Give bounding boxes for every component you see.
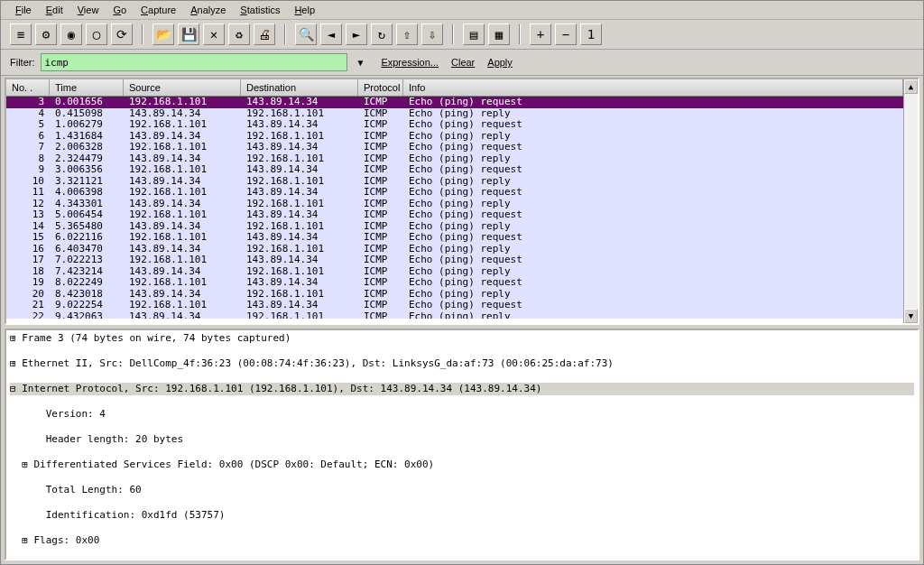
cell-destination: 192.168.1.101 xyxy=(241,131,358,143)
detail-line[interactable]: Identification: 0xd1fd (53757) xyxy=(10,509,914,522)
cell-no: 22 xyxy=(6,311,50,320)
packet-row[interactable]: 82.324479143.89.14.34192.168.1.101ICMPEc… xyxy=(6,153,903,165)
menu-capture[interactable]: Capture xyxy=(134,3,183,17)
cell-no: 14 xyxy=(6,221,50,233)
cell-time: 5.006454 xyxy=(50,209,124,221)
cell-info: Echo (ping) request xyxy=(403,142,903,153)
packet-row[interactable]: 61.431684143.89.14.34192.168.1.101ICMPEc… xyxy=(6,131,903,143)
col-protocol[interactable]: Protocol xyxy=(358,79,403,96)
cell-destination: 192.168.1.101 xyxy=(241,108,358,120)
packet-row[interactable]: 114.006398192.168.1.101143.89.14.34ICMPE… xyxy=(6,187,903,199)
cell-destination: 143.89.14.34 xyxy=(241,277,358,289)
packet-row[interactable]: 229.432063143.89.14.34192.168.1.101ICMPE… xyxy=(6,311,903,320)
cell-protocol: ICMP xyxy=(358,153,403,165)
packet-row[interactable]: 135.006454192.168.1.101143.89.14.34ICMPE… xyxy=(6,209,903,221)
tb-zoom100-icon[interactable]: 1 xyxy=(580,23,602,45)
tb-restart-icon[interactable]: ⟳ xyxy=(111,23,133,45)
menu-view[interactable]: View xyxy=(70,3,106,17)
tb-zoomin-icon[interactable]: + xyxy=(530,23,551,45)
tb-jump-icon[interactable]: ↻ xyxy=(371,23,393,45)
detail-line[interactable]: ⊞ Frame 3 (74 bytes on wire, 74 bytes ca… xyxy=(10,332,914,345)
packet-row[interactable]: 93.006356192.168.1.101143.89.14.34ICMPEc… xyxy=(6,164,903,176)
tb-interfaces-icon[interactable]: ≡ xyxy=(10,23,32,45)
tb-colorize-icon[interactable]: ▤ xyxy=(463,23,485,45)
tb-open-icon[interactable]: 📂 xyxy=(152,23,174,45)
cell-time: 9.432063 xyxy=(50,311,124,320)
packet-row[interactable]: 51.006279192.168.1.101143.89.14.34ICMPEc… xyxy=(6,119,903,131)
tb-print-icon[interactable]: 🖨 xyxy=(254,23,275,45)
cell-no: 18 xyxy=(6,266,50,278)
filter-input[interactable] xyxy=(41,53,347,71)
expression-button[interactable]: Expression... xyxy=(381,57,439,68)
scroll-up-icon[interactable]: ▲ xyxy=(904,79,918,94)
col-info[interactable]: Info xyxy=(403,79,903,96)
packet-row[interactable]: 208.423018143.89.14.34192.168.1.101ICMPE… xyxy=(6,289,903,301)
menu-edit[interactable]: Edit xyxy=(39,3,70,17)
packet-row[interactable]: 145.365480143.89.14.34192.168.1.101ICMPE… xyxy=(6,221,903,233)
col-destination[interactable]: Destination xyxy=(241,79,358,96)
menu-file[interactable]: File xyxy=(8,3,39,17)
scroll-down-icon[interactable]: ▼ xyxy=(904,309,918,323)
detail-line[interactable]: ⊞ Ethernet II, Src: DellComp_4f:36:23 (0… xyxy=(10,357,914,370)
cell-protocol: ICMP xyxy=(358,209,403,221)
packet-row[interactable]: 40.415098143.89.14.34192.168.1.101ICMPEc… xyxy=(6,108,903,120)
cell-info: Echo (ping) reply xyxy=(403,199,903,210)
col-no[interactable]: No. . xyxy=(6,79,50,96)
packet-row[interactable]: 166.403470143.89.14.34192.168.1.101ICMPE… xyxy=(6,244,903,255)
cell-protocol: ICMP xyxy=(358,300,403,311)
packet-row[interactable]: 156.022116192.168.1.101143.89.14.34ICMPE… xyxy=(6,232,903,244)
cell-time: 2.324479 xyxy=(50,153,124,165)
tb-back-icon[interactable]: ◄ xyxy=(320,23,342,45)
cell-source: 192.168.1.101 xyxy=(124,209,241,221)
scroll-track[interactable] xyxy=(904,94,918,309)
tb-autoscroll-icon[interactable]: ▦ xyxy=(488,23,510,45)
detail-line[interactable]: Header length: 20 bytes xyxy=(10,433,914,446)
cell-time: 8.022249 xyxy=(50,277,124,289)
packet-row[interactable]: 219.022254192.168.1.101143.89.14.34ICMPE… xyxy=(6,300,903,311)
tb-save-icon[interactable]: 💾 xyxy=(178,23,199,45)
cell-protocol: ICMP xyxy=(358,176,403,188)
menu-analyze[interactable]: Analyze xyxy=(183,3,233,17)
cell-no: 16 xyxy=(6,244,50,255)
cell-info: Echo (ping) request xyxy=(403,209,903,221)
tb-reload-icon[interactable]: ♻ xyxy=(228,23,250,45)
packet-row[interactable]: 30.001656192.168.1.101143.89.14.34ICMPEc… xyxy=(6,97,903,108)
cell-source: 192.168.1.101 xyxy=(124,255,241,266)
detail-line[interactable]: ⊟ Internet Protocol, Src: 192.168.1.101 … xyxy=(10,383,914,395)
tb-find-icon[interactable]: 🔍 xyxy=(295,23,317,45)
packet-row[interactable]: 177.022213192.168.1.101143.89.14.34ICMPE… xyxy=(6,255,903,266)
packet-row[interactable]: 103.321121143.89.14.34192.168.1.101ICMPE… xyxy=(6,176,903,188)
scrollbar[interactable]: ▲ ▼ xyxy=(903,79,918,323)
tb-close-icon[interactable]: ✕ xyxy=(203,23,225,45)
filter-dropdown-icon[interactable]: ▼ xyxy=(353,58,369,68)
tb-start-icon[interactable]: ◉ xyxy=(60,23,82,45)
cell-source: 192.168.1.101 xyxy=(124,164,241,176)
packet-row[interactable]: 187.423214143.89.14.34192.168.1.101ICMPE… xyxy=(6,266,903,278)
col-source[interactable]: Source xyxy=(124,79,241,96)
menu-statistics[interactable]: Statistics xyxy=(233,3,287,17)
packet-rows: 30.001656192.168.1.101143.89.14.34ICMPEc… xyxy=(6,97,903,319)
tb-stop-icon[interactable]: ◯ xyxy=(86,23,107,45)
menu-help[interactable]: Help xyxy=(287,3,322,17)
tb-bottom-icon[interactable]: ⇩ xyxy=(421,23,443,45)
cell-no: 11 xyxy=(6,187,50,199)
detail-line[interactable]: Version: 4 xyxy=(10,408,914,421)
cell-source: 143.89.14.34 xyxy=(124,108,241,120)
apply-button[interactable]: Apply xyxy=(487,57,513,68)
cell-source: 192.168.1.101 xyxy=(124,142,241,153)
detail-line[interactable]: ⊞ Flags: 0x00 xyxy=(10,534,914,547)
packet-row[interactable]: 198.022249192.168.1.101143.89.14.34ICMPE… xyxy=(6,277,903,289)
cell-source: 143.89.14.34 xyxy=(124,199,241,210)
detail-line[interactable]: ⊞ Differentiated Services Field: 0x00 (D… xyxy=(10,458,914,471)
tb-top-icon[interactable]: ⇧ xyxy=(396,23,418,45)
col-time[interactable]: Time xyxy=(50,79,124,96)
tb-zoomout-icon[interactable]: − xyxy=(555,23,577,45)
packet-row[interactable]: 124.343301143.89.14.34192.168.1.101ICMPE… xyxy=(6,199,903,210)
packet-row[interactable]: 72.006328192.168.1.101143.89.14.34ICMPEc… xyxy=(6,142,903,153)
tb-forward-icon[interactable]: ► xyxy=(346,23,367,45)
cell-no: 19 xyxy=(6,277,50,289)
menu-go[interactable]: Go xyxy=(106,3,134,17)
tb-options-icon[interactable]: ⚙ xyxy=(35,23,57,45)
clear-button[interactable]: Clear xyxy=(451,57,475,68)
detail-line[interactable]: Total Length: 60 xyxy=(10,484,914,496)
